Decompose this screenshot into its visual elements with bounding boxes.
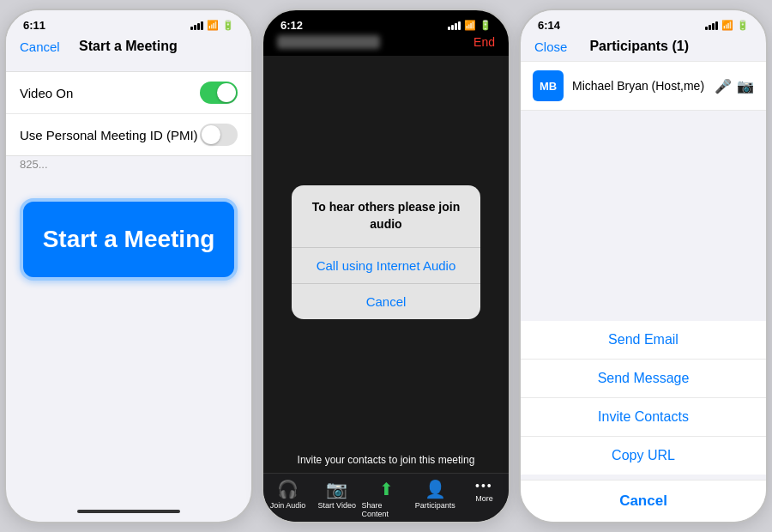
home-indicator-1 bbox=[77, 510, 180, 513]
phone-screen-2: 6:12 📶 🔋 End To hear others please join … bbox=[262, 9, 510, 523]
invite-text: Invite your contacts to join this meetin… bbox=[263, 449, 509, 473]
participant-row[interactable]: MB Michael Bryan (Host,me) 🎤 📷 bbox=[521, 61, 766, 111]
status-icons-2: 📶 🔋 bbox=[448, 20, 492, 31]
settings-list: Video On Use Personal Meeting ID (PMI) bbox=[6, 71, 251, 156]
screen3-nav: Close Participants (1) bbox=[521, 35, 766, 61]
participant-name: Michael Bryan (Host,me) bbox=[572, 79, 715, 93]
participants-icon: 👤 bbox=[425, 479, 446, 499]
participants-label: Participants bbox=[415, 501, 455, 510]
toolbar-more[interactable]: ••• More bbox=[460, 479, 509, 518]
toolbar-share-content[interactable]: ⬆ Share Content bbox=[361, 479, 410, 518]
signal-icon-3 bbox=[705, 21, 718, 30]
pmi-toggle[interactable] bbox=[200, 124, 238, 146]
video-toggle[interactable] bbox=[200, 82, 238, 104]
join-audio-label: Join Audio bbox=[270, 501, 306, 510]
participant-status-icons: 🎤 📷 bbox=[715, 78, 754, 94]
dialog-title: To hear others please join audio bbox=[292, 199, 480, 236]
video-off-icon: 📷 bbox=[737, 78, 754, 94]
invite-section: Send Email Send Message Invite Contacts … bbox=[521, 111, 766, 522]
invite-contacts-button[interactable]: Invite Contacts bbox=[521, 398, 766, 437]
start-video-label: Start Video bbox=[318, 501, 356, 510]
screen1-title: Start a Meeting bbox=[79, 39, 178, 54]
participant-avatar: MB bbox=[533, 70, 564, 101]
nav-bar-1: Cancel Start a Meeting bbox=[6, 35, 251, 61]
cancel-button-1[interactable]: Cancel bbox=[20, 39, 60, 54]
phone-screen-3: 6:14 📶 🔋 Close Participants (1) MB Micha… bbox=[519, 9, 768, 523]
toolbar-2: 🎧 Join Audio 📷 Start Video ⬆ Share Conte… bbox=[263, 473, 509, 522]
send-message-button[interactable]: Send Message bbox=[521, 360, 766, 398]
phone-screen-1: 6:11 📶 🔋 Cancel Start a Meeting Video On… bbox=[4, 9, 253, 523]
participants-title: Participants (1) bbox=[589, 39, 689, 54]
action-sheet: Send Email Send Message Invite Contacts … bbox=[521, 321, 766, 475]
share-content-label: Share Content bbox=[361, 501, 410, 518]
battery-icon-1: 🔋 bbox=[222, 20, 234, 31]
mic-muted-icon: 🎤 bbox=[715, 78, 732, 94]
time-1: 6:11 bbox=[23, 19, 45, 32]
status-bar-1: 6:11 📶 🔋 bbox=[6, 10, 251, 35]
status-bar-2: 6:12 📶 🔋 bbox=[263, 10, 509, 35]
status-icons-1: 📶 🔋 bbox=[190, 20, 234, 31]
screen2-video-area: To hear others please join audio Call us… bbox=[263, 56, 509, 449]
join-audio-icon: 🎧 bbox=[277, 479, 299, 499]
end-button[interactable]: End bbox=[473, 35, 495, 49]
internet-audio-button[interactable]: Call using Internet Audio bbox=[292, 248, 480, 284]
toolbar-participants[interactable]: 👤 Participants bbox=[411, 479, 460, 518]
signal-icon-2 bbox=[448, 21, 461, 30]
close-button[interactable]: Close bbox=[534, 39, 567, 54]
start-video-icon: 📷 bbox=[326, 479, 347, 499]
time-2: 6:12 bbox=[280, 19, 303, 32]
battery-icon-2: 🔋 bbox=[479, 20, 492, 31]
action-sheet-cancel-button[interactable]: Cancel bbox=[521, 480, 766, 522]
copy-url-button[interactable]: Copy URL bbox=[521, 437, 766, 475]
wifi-icon-3: 📶 bbox=[721, 20, 733, 31]
blurred-username bbox=[277, 35, 380, 49]
screen2-top-bar: End bbox=[263, 35, 509, 56]
video-on-row: Video On bbox=[6, 72, 251, 114]
toolbar-join-audio[interactable]: 🎧 Join Audio bbox=[263, 479, 312, 518]
status-icons-3: 📶 🔋 bbox=[705, 20, 749, 31]
share-content-icon: ⬆ bbox=[379, 479, 394, 499]
meeting-btn-container: Start a Meeting bbox=[20, 198, 238, 281]
toolbar-start-video[interactable]: 📷 Start Video bbox=[312, 479, 361, 518]
pmi-value: 825... bbox=[6, 156, 251, 178]
pmi-row: Use Personal Meeting ID (PMI) bbox=[6, 114, 251, 155]
more-label: More bbox=[475, 494, 493, 503]
dialog-cancel-button[interactable]: Cancel bbox=[292, 284, 480, 319]
status-bar-3: 6:14 📶 🔋 bbox=[521, 10, 766, 35]
signal-icon-1 bbox=[190, 21, 203, 30]
audio-dialog: To hear others please join audio Call us… bbox=[292, 185, 480, 318]
time-3: 6:14 bbox=[538, 19, 560, 32]
wifi-icon-2: 📶 bbox=[464, 20, 476, 31]
send-email-button[interactable]: Send Email bbox=[521, 321, 766, 360]
wifi-icon-1: 📶 bbox=[207, 20, 219, 31]
more-icon: ••• bbox=[475, 479, 493, 493]
battery-icon-3: 🔋 bbox=[737, 20, 749, 31]
start-meeting-button[interactable]: Start a Meeting bbox=[20, 198, 238, 281]
pmi-label: Use Personal Meeting ID (PMI) bbox=[20, 128, 198, 142]
video-on-label: Video On bbox=[20, 86, 73, 100]
